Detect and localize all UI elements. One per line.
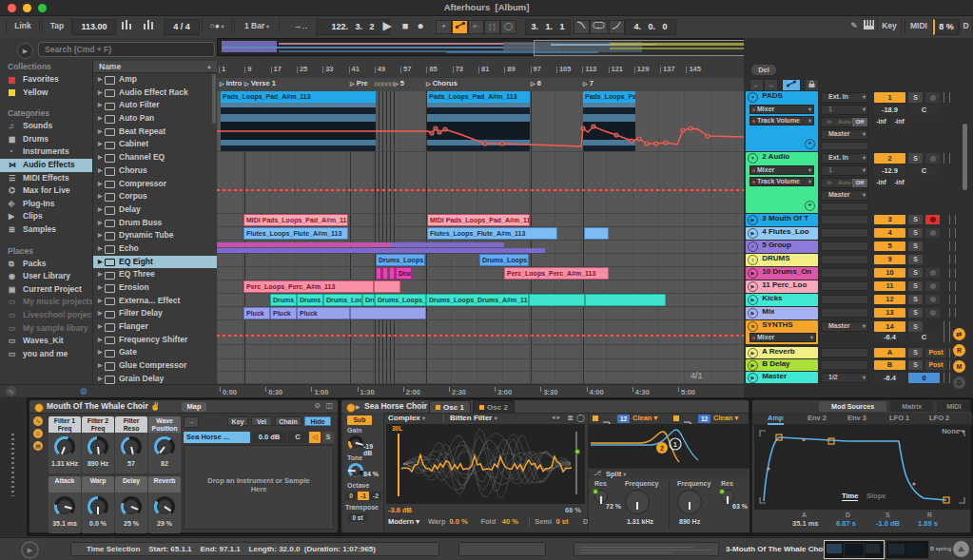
track-name[interactable]: ▶ Master bbox=[746, 372, 818, 383]
hot-swap-icon[interactable]: ⊘ bbox=[314, 401, 321, 410]
loop-switch[interactable] bbox=[590, 20, 608, 34]
octave--1[interactable]: -1 bbox=[358, 492, 369, 500]
monitor-in[interactable]: In bbox=[822, 118, 837, 126]
track-number[interactable]: 9 bbox=[874, 255, 905, 264]
track-name[interactable]: ▶ 10 Drums_On bbox=[746, 267, 818, 280]
track-grip[interactable] bbox=[949, 255, 956, 264]
device-list-item[interactable]: ▶EQ Three bbox=[93, 268, 218, 281]
expand-arrow-icon[interactable]: ▶ bbox=[98, 320, 103, 334]
solo-button[interactable]: S bbox=[908, 295, 923, 304]
env-tab-env-3[interactable]: Env 3 bbox=[847, 413, 866, 423]
tone-knob[interactable] bbox=[348, 463, 363, 478]
expand-arrow-icon[interactable]: ▶ bbox=[98, 334, 103, 347]
routing-box[interactable] bbox=[821, 215, 868, 224]
arm-button[interactable] bbox=[925, 308, 940, 318]
device-list-item[interactable]: ▶Drum Buss bbox=[93, 217, 218, 230]
track-unfold-icon[interactable]: ▶ bbox=[748, 373, 758, 383]
rack-view-toggle-icon[interactable]: ∿ bbox=[33, 416, 43, 426]
monitor-off[interactable]: Off bbox=[852, 179, 867, 187]
track-header-10-drums-on[interactable]: ▶ 10 Drums_On10S bbox=[744, 267, 973, 280]
track-name[interactable]: ▶ B Delay bbox=[746, 359, 818, 371]
reenable-automation-button[interactable]: ⇤ bbox=[468, 20, 484, 34]
time-ruler[interactable]: 0:000:301:001:302:002:303:003:304:004:30… bbox=[217, 384, 744, 398]
pan-field[interactable]: 0 bbox=[908, 373, 940, 383]
tempo-field[interactable]: 113.00 bbox=[72, 19, 116, 35]
hot-swap-table-icon[interactable]: ◯ bbox=[576, 414, 585, 422]
arrangement-position-display[interactable]: 122. 3. 2 bbox=[316, 19, 390, 35]
capture-midi-button[interactable]: ◯ bbox=[500, 20, 516, 34]
automation-param-chooser[interactable]: Track Volume bbox=[749, 177, 814, 186]
macro-knob[interactable] bbox=[154, 496, 175, 517]
post-toggle[interactable]: Post bbox=[925, 360, 946, 370]
track-header-mix[interactable]: ▶ Mix13S bbox=[744, 307, 973, 320]
solo-button[interactable]: S bbox=[908, 308, 923, 318]
macro-reverb[interactable]: Reverb29 % bbox=[148, 476, 181, 533]
device-list-item[interactable]: ▶Frequency Shifter bbox=[93, 334, 218, 347]
chain-pan[interactable]: C bbox=[288, 432, 307, 443]
sidebar-item-my-music-projects[interactable]: ▭My music projects bbox=[0, 296, 92, 309]
track-header-2-audio[interactable]: ▼ 2 AudioMixerTrack Volume+Ext. In1InAut… bbox=[744, 152, 973, 214]
arm-button[interactable] bbox=[925, 228, 940, 238]
expand-arrow-icon[interactable]: ▶ bbox=[98, 178, 103, 191]
stop-button[interactable]: ■ bbox=[399, 20, 411, 32]
macro-filter-2-freq[interactable]: Filter 2 Freq890 Hz bbox=[82, 416, 114, 473]
rack-view-toggle-icon[interactable]: ⌗ bbox=[33, 429, 43, 438]
track-header-b-delay[interactable]: ▶ B DelayBSPost bbox=[744, 359, 973, 372]
track-number[interactable]: 2 bbox=[874, 153, 905, 164]
filter-knob-res[interactable]: Res63 % bbox=[719, 480, 748, 531]
track-name[interactable]: ▶ Kicks bbox=[746, 294, 818, 306]
adsr-value-s[interactable]: -1.0 dB bbox=[876, 519, 900, 528]
output-routing-chooser[interactable]: Master bbox=[821, 129, 868, 140]
solo-button[interactable]: S bbox=[908, 153, 923, 164]
param-value[interactable]: 40 % bbox=[502, 517, 518, 526]
metronome-button[interactable]: ○● ▾ bbox=[202, 19, 232, 33]
expand-arrow-icon[interactable]: ▶ bbox=[98, 295, 103, 308]
wavetable-category-menu[interactable]: Complex ▾ bbox=[388, 414, 425, 422]
expand-arrow-icon[interactable]: ▶ bbox=[98, 281, 103, 295]
output-routing-chooser[interactable]: Master bbox=[821, 321, 868, 332]
routing-box[interactable] bbox=[821, 241, 868, 251]
loop-start-display[interactable]: 3. 1. 1 bbox=[525, 19, 571, 35]
solo-button[interactable]: S bbox=[908, 268, 923, 278]
macro-knob[interactable] bbox=[54, 496, 75, 517]
track-name[interactable]: ▶ Mix bbox=[746, 307, 818, 319]
tab-osc-2[interactable]: Osc 2 bbox=[473, 400, 515, 413]
envelope-display[interactable]: None ▾ Time Slope bbox=[754, 425, 970, 510]
track-unfold-icon[interactable]: ▶ bbox=[748, 348, 758, 358]
section-toggle-⇄[interactable]: ⇄ bbox=[953, 328, 965, 340]
track-number[interactable]: 11 bbox=[874, 281, 905, 291]
expand-arrow-icon[interactable]: ▶ bbox=[98, 256, 103, 269]
osc-gain-value[interactable]: -3.6 dB bbox=[388, 506, 412, 514]
preview-icon[interactable]: ∿ bbox=[6, 386, 16, 396]
arm-button[interactable] bbox=[925, 215, 940, 224]
track-scrollbar[interactable] bbox=[963, 124, 967, 190]
track-grip[interactable] bbox=[944, 92, 950, 103]
routing-box[interactable] bbox=[821, 348, 868, 357]
quantize-menu[interactable]: 1 Bar ▾ bbox=[234, 19, 280, 33]
locator-6[interactable]: 6 bbox=[531, 79, 541, 87]
chain-hide-button[interactable]: Hide bbox=[304, 416, 331, 426]
expand-arrow-icon[interactable]: ▶ bbox=[98, 99, 103, 112]
expand-arrow-icon[interactable]: ▶ bbox=[98, 73, 103, 87]
track-header-drums[interactable]: ≡ DRUMS9S bbox=[744, 254, 973, 267]
sidebar-item-audio-effects[interactable]: ⋈Audio Effects bbox=[0, 159, 92, 172]
chain-vel-button[interactable]: Vel bbox=[251, 416, 272, 426]
overdub-button[interactable]: + bbox=[436, 20, 452, 34]
pan-field[interactable]: C bbox=[908, 165, 940, 176]
rack-view-toggle-icon[interactable]: ▤ bbox=[33, 441, 43, 451]
sidebar-item-user-library[interactable]: ◉User Library bbox=[0, 270, 92, 283]
gain-knob[interactable] bbox=[348, 435, 363, 451]
mod-tab-midi[interactable]: MIDI bbox=[937, 401, 970, 412]
play-button[interactable]: ▶ bbox=[380, 20, 394, 32]
wave-position-value[interactable]: 68 % bbox=[565, 506, 581, 514]
routing-box[interactable] bbox=[821, 281, 868, 291]
track-header-pads[interactable]: ▼ PADSMixerTrack Volume+Ext. In1InAutoOf… bbox=[744, 91, 973, 152]
loop-length-display[interactable]: 4. 0. 0 bbox=[625, 19, 676, 35]
volume-field[interactable]: -18.9 bbox=[874, 105, 905, 115]
monitor-in[interactable]: In bbox=[822, 179, 837, 187]
midi-map-button[interactable]: MIDI bbox=[905, 19, 933, 33]
slope-mode-tab[interactable]: Slope bbox=[866, 492, 885, 500]
track-name[interactable]: ▶ 11 Perc_Loo bbox=[746, 280, 818, 293]
track-name[interactable]: ▶ 3 Mouth Of T bbox=[746, 214, 818, 226]
draw-mode-icon[interactable]: ✎ bbox=[847, 20, 861, 32]
